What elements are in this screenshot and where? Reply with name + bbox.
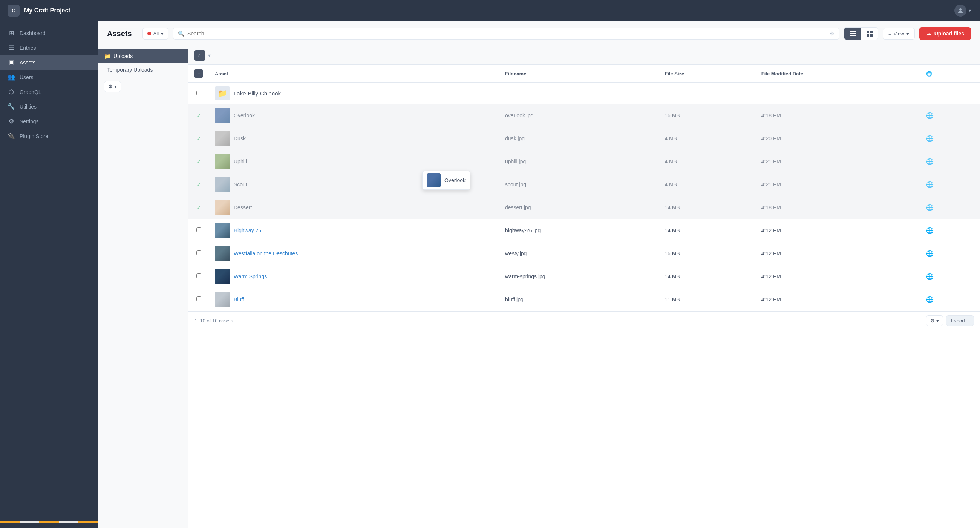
breadcrumb-home-button[interactable]: ⌂ [194,50,205,61]
row-checkbox-cell[interactable]: ✓ [188,104,209,127]
overlook-popup-thumb [427,174,441,187]
folder-icon: 📁 [104,53,110,59]
filename-cell: scout.jpg [499,173,659,196]
asset-name-link[interactable]: Westfalia on the Deschutes [234,250,298,257]
asset-cell: Westfalia on the Deschutes [209,242,499,265]
svg-rect-7 [870,34,873,37]
gear-icon: ⚙ [930,318,935,324]
row-checkbox-cell[interactable] [188,265,209,288]
folder-item-uploads[interactable]: 📁 Uploads [98,49,188,63]
sidebar-item-utilities[interactable]: 🔧 Utilities [0,99,98,114]
sidebar-item-settings[interactable]: ⚙ Settings [0,114,98,129]
main-layout: ⊞ Dashboard ☰ Entries ▣ Assets 👥 Users ⬡… [0,21,980,528]
row-checkbox-cell[interactable] [188,83,209,104]
row-checkbox[interactable] [196,227,201,232]
upload-files-button[interactable]: ☁ Upload files [919,27,971,40]
visibility-cell [920,83,980,104]
view-toggle-group [844,27,878,40]
deselect-all-button[interactable]: − [194,69,203,78]
asset-name-link[interactable]: Bluff [234,297,244,303]
visibility-cell: 🌐 [920,150,980,173]
row-checkbox-cell[interactable] [188,219,209,242]
asset-thumbnail [215,292,230,307]
asset-cell: Overlook [209,104,499,127]
svg-rect-5 [870,30,873,33]
filesize-cell: 4 MB [659,127,756,150]
visibility-cell: 🌐 [920,196,980,219]
filename-cell: dusk.jpg [499,127,659,150]
filesize-cell: 14 MB [659,196,756,219]
avatar [955,5,966,17]
asset-name-cell: Highway 26 [215,223,493,238]
row-checkbox-cell[interactable]: ✓ [188,127,209,150]
filter-chevron-icon: ▾ [161,31,164,37]
filemodified-cell: 4:21 PM [756,173,920,196]
body-split: 📁 Uploads Temporary Uploads ⚙ ▾ [98,46,980,528]
asset-name-cell: Dessert [215,200,493,215]
topbar: C My Craft Project ▾ [0,0,980,21]
asset-name-cell: Uphill [215,154,493,169]
table-header-row: − Asset Filename File Size File Modified… [188,65,980,83]
sidebar-item-users[interactable]: 👥 Users [0,70,98,85]
public-icon: 🌐 [926,250,934,257]
row-checkbox-cell[interactable]: ✓ [188,150,209,173]
folder-label: Temporary Uploads [107,67,153,73]
select-all-header[interactable]: − [188,65,209,83]
filter-label: All [153,31,159,37]
upload-label: Upload files [934,30,964,37]
filemodified-cell: 4:20 PM [756,127,920,150]
filter-dot [147,32,151,35]
row-checkbox[interactable] [196,250,201,255]
sidebar-item-plugin-store[interactable]: 🔌 Plugin Store [0,129,98,143]
asset-name-cell: 📁 Lake-Billy-Chinook [215,86,493,100]
asset-name-link[interactable]: Warm Springs [234,273,267,279]
grid-view-button[interactable] [861,27,878,40]
asset-name-link[interactable]: Highway 26 [234,227,261,233]
folder-item-temporary-uploads[interactable]: Temporary Uploads [98,63,188,77]
public-icon: 🌐 [926,204,934,211]
row-checkbox-cell[interactable] [188,242,209,265]
asset-cell: Bluff [209,288,499,311]
table-row: Bluff bluff.jpg 11 MB 4:12 PM 🌐 [188,288,980,311]
footer-gear-button[interactable]: ⚙ ▾ [926,315,943,326]
export-label: Export... [951,318,969,324]
asset-thumbnail [215,269,230,284]
folder-gear-button[interactable]: ⚙ ▾ [104,81,121,92]
user-chevron-icon: ▾ [969,8,971,13]
sidebar-item-label: Dashboard [20,30,46,36]
filename-cell: westy.jpg [499,242,659,265]
row-checkbox-cell[interactable]: ✓ [188,196,209,219]
sidebar-item-graphql[interactable]: ⬡ GraphQL [0,85,98,99]
filter-icon[interactable]: ⚙ [830,30,835,37]
view-dropdown-button[interactable]: ≡ View ▾ [883,28,915,40]
pagination-label: 1–10 of 10 assets [194,318,233,324]
view-label: View [894,31,904,37]
page-title: Assets [107,29,132,38]
users-icon: 👥 [8,73,15,81]
sidebar-item-assets[interactable]: ▣ Assets [0,55,98,70]
search-input[interactable] [187,30,827,37]
row-checkbox[interactable] [196,297,201,301]
asset-name-cell: Dusk [215,131,493,146]
overlook-popup-label: Overlook [444,177,466,183]
user-menu[interactable]: ▾ [955,5,971,17]
content-area: Assets All ▾ 🔍 ⚙ ≡ Vie [98,21,980,528]
folder-label: Uploads [113,53,133,59]
sidebar-item-dashboard[interactable]: ⊞ Dashboard [0,26,98,40]
sidebar-bottom-decoration [0,521,98,523]
filename-cell [499,83,659,104]
sidebar-item-label: Entries [20,45,36,51]
visibility-column-header: 🌐 [920,65,980,83]
entries-icon: ☰ [8,44,15,51]
sidebar-item-label: Plugin Store [20,133,48,139]
sidebar-item-entries[interactable]: ☰ Entries [0,40,98,55]
row-checkbox[interactable] [196,91,201,96]
list-view-button[interactable] [844,27,861,40]
filesize-cell: 16 MB [659,104,756,127]
row-checkbox[interactable] [196,273,201,278]
filesize-cell: 4 MB [659,150,756,173]
filter-all-button[interactable]: All ▾ [143,28,169,40]
row-checkbox-cell[interactable] [188,288,209,311]
export-button[interactable]: Export... [946,315,974,326]
row-checkbox-cell[interactable]: ✓ [188,173,209,196]
